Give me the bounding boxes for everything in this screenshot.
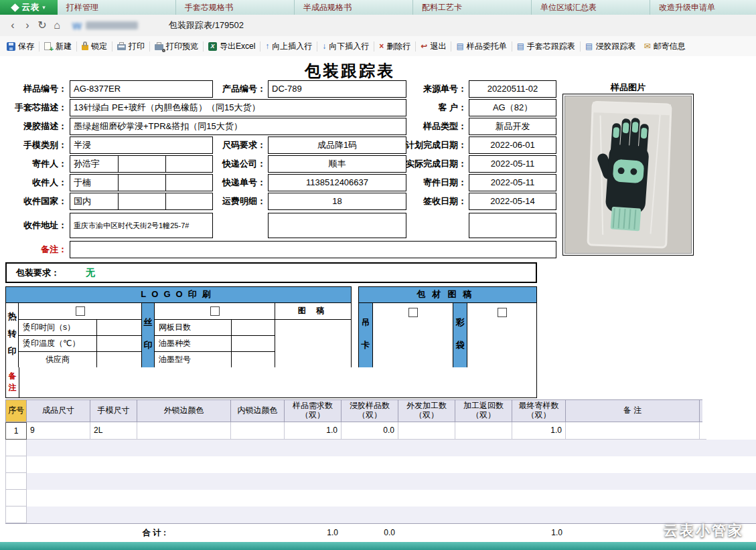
plan-date-label: 计划完成日期： <box>400 136 467 154</box>
dipping-tracking-button[interactable]: ▤浸胶跟踪表 <box>581 39 639 54</box>
col-header-inner-hem-color: 内锁边颜色 <box>231 399 285 422</box>
table-row-empty <box>5 507 756 523</box>
menu-tab-glove-core-spec[interactable]: 手套芯规格书 <box>176 0 295 15</box>
country-field[interactable]: 国内 <box>70 193 213 210</box>
document-icon: ▤ <box>517 41 524 51</box>
core-desc-field[interactable]: 13针绿白 PE+玻纤（内胆色橡筋）（同15大货） <box>70 99 406 116</box>
page-title: 包装跟踪表 <box>0 60 700 82</box>
cell-seq-empty[interactable] <box>5 490 27 507</box>
cell-mold-size[interactable]: 2L <box>90 422 137 440</box>
menu-tab-upgrade-request[interactable]: 改造升级申请单 <box>650 0 756 15</box>
glove-photo <box>564 96 692 254</box>
cell-inner-hem-color[interactable] <box>231 422 285 440</box>
remark-field[interactable] <box>70 241 556 258</box>
hang-tag-checkbox[interactable] <box>408 308 418 317</box>
cell-outsourced-count[interactable] <box>398 422 455 440</box>
menu-tab-ingredient-card[interactable]: 配料工艺卡 <box>413 0 532 15</box>
detail-table: 序号 成品尺寸 手模尺寸 外锁边颜色 内锁边颜色 样品需求数（双） 浸胶样品数（… <box>5 399 756 542</box>
ship-date-field[interactable]: 2022-05-11 <box>469 174 556 191</box>
size-req-field[interactable]: 成品降1码 <box>268 136 406 154</box>
cell-final-sent[interactable]: 1.0 <box>512 422 566 440</box>
packaging-requirement-value[interactable]: 无 <box>86 264 95 282</box>
sample-type-field[interactable]: 新品开发 <box>469 118 556 135</box>
stamp-time-label: 烫印时间（s） <box>18 319 97 336</box>
lock-button[interactable]: 锁定 <box>78 39 111 54</box>
back-icon[interactable]: ‹ <box>5 15 20 35</box>
actual-date-label: 实际完成日期： <box>400 155 467 173</box>
recipient-field[interactable]: 于楠 <box>70 174 213 191</box>
stamp-time-value[interactable] <box>96 319 142 336</box>
cell-seq-empty[interactable] <box>5 456 27 473</box>
plan-date-field[interactable]: 2022-06-01 <box>469 136 556 154</box>
document-tab[interactable]: 包装跟踪表/179502 <box>169 19 244 31</box>
ink-type-value[interactable] <box>231 335 275 352</box>
courier-field[interactable]: 顺丰 <box>268 155 406 173</box>
cell-seq-empty[interactable] <box>5 473 27 490</box>
ink-type-label: 油墨种类 <box>154 335 232 352</box>
color-bag-checkbox[interactable] <box>498 308 507 317</box>
insert-row-above-button[interactable]: ↑向上插入行 <box>261 39 316 54</box>
menu-tab-proofing[interactable]: 打样管理 <box>58 0 176 15</box>
tracking-no-field[interactable]: 1138512406637 <box>268 174 406 191</box>
col-header-outer-hem-color: 外锁边颜色 <box>137 399 231 422</box>
cell-remark[interactable] <box>566 422 700 440</box>
cell-outer-hem-color[interactable] <box>137 422 231 440</box>
menu-tab-semi-finished-spec[interactable]: 半成品规格书 <box>295 0 413 15</box>
cell-seq[interactable]: 1 <box>5 422 27 440</box>
menu-tab-region-summary[interactable]: 单位区域汇总表 <box>532 0 650 15</box>
forward-icon[interactable]: › <box>20 15 35 35</box>
sample-no-field[interactable]: AG-8377ER <box>70 80 213 98</box>
sender-field[interactable]: 孙浩宇 <box>70 155 213 173</box>
total-returned-count <box>455 524 512 542</box>
supplier-value[interactable] <box>96 351 142 368</box>
cell-sample-demand[interactable]: 1.0 <box>285 422 342 440</box>
new-button[interactable]: 新建 <box>40 39 76 54</box>
mold-type-field[interactable]: 半浸 <box>70 136 213 154</box>
sender-label: 寄件人： <box>5 155 67 173</box>
cell-returned-count[interactable] <box>455 422 512 440</box>
product-no-field[interactable]: DC-789 <box>268 80 406 98</box>
export-excel-button[interactable]: X导出Excel <box>204 39 259 54</box>
logo-remark-area[interactable]: 备注 <box>5 367 537 398</box>
silk-print-checkbox[interactable] <box>210 306 220 316</box>
heat-transfer-label: 热转印 <box>5 302 19 368</box>
cell-seq-empty[interactable] <box>5 507 27 523</box>
freight-field[interactable]: 18 <box>268 193 406 210</box>
cell-finished-size[interactable]: 9 <box>27 422 90 440</box>
ink-model-value[interactable] <box>231 351 275 368</box>
heat-transfer-checkbox[interactable] <box>76 306 85 316</box>
refresh-icon[interactable]: ↻ <box>35 15 50 35</box>
draft-area[interactable] <box>275 319 352 368</box>
glove-core-tracking-button[interactable]: ▤手套芯跟踪表 <box>513 39 579 54</box>
color-bag-label: 彩袋 <box>453 302 467 368</box>
actual-date-field[interactable]: 2022-05-11 <box>469 155 556 173</box>
logo-remark-label-cell: 备注 <box>6 367 19 397</box>
exit-button[interactable]: ↩退出 <box>417 39 450 54</box>
mailing-info-button[interactable]: ✉邮寄信息 <box>639 39 689 54</box>
print-preview-button[interactable]: 打印预览 <box>151 39 202 54</box>
home-icon[interactable]: ⌂ <box>50 15 64 35</box>
cell-dipped-count[interactable]: 0.0 <box>342 422 398 440</box>
customer-field[interactable]: AG（82） <box>469 99 556 116</box>
delete-row-button[interactable]: ×删除行 <box>375 39 414 54</box>
table-footer-row: 合 计： 1.0 0.0 1.0 <box>5 523 756 542</box>
cell-seq-empty[interactable] <box>5 440 27 456</box>
sign-date-field[interactable]: 2022-05-14 <box>469 193 556 210</box>
save-button[interactable]: 保存 <box>3 39 38 54</box>
insert-row-below-icon: ↓ <box>322 41 326 51</box>
print-button[interactable]: 打印 <box>113 39 149 54</box>
col-header-dipped-count: 浸胶样品数（双） <box>342 399 398 422</box>
app-logo-button[interactable]: 云表 ▾ <box>0 0 58 15</box>
toolbar-separator <box>39 41 40 52</box>
stamp-temp-value[interactable] <box>96 335 142 352</box>
dip-desc-field[interactable]: 墨绿超细磨砂掌浸+TPR&搭扣（同15大货） <box>70 118 406 135</box>
date-extra-field[interactable] <box>469 213 556 238</box>
packaging-requirement-box: 包装要求： 无 <box>5 262 537 283</box>
insert-row-below-button[interactable]: ↓向下插入行 <box>318 39 373 54</box>
mesh-count-value[interactable] <box>231 319 275 336</box>
sample-commission-button[interactable]: ▤样品委托单 <box>452 39 510 54</box>
source-no-field[interactable]: 20220511-02 <box>469 80 556 98</box>
address-extra-field[interactable] <box>268 213 406 238</box>
address-field[interactable]: 重庆市渝中区时代天街2号1幢25-7# <box>70 213 213 238</box>
insert-row-above-icon: ↑ <box>265 41 269 51</box>
